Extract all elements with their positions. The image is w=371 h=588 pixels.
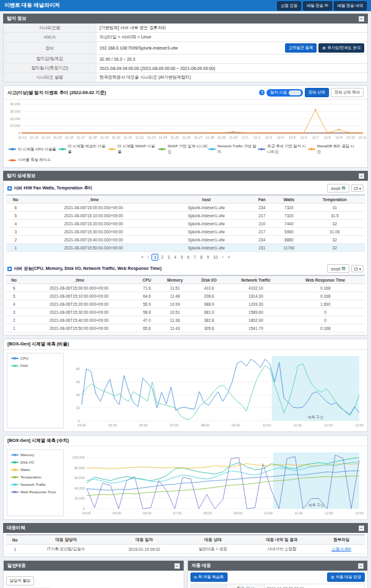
legend-item[interactable]: Memory: [11, 452, 59, 457]
table-cell: 8880: [273, 236, 304, 244]
request-explanation-button[interactable]: 소명 요청: [277, 1, 301, 11]
page-button[interactable]: 2: [159, 254, 165, 260]
svg-text:12-1: 12-1: [242, 136, 249, 139]
legend-item[interactable]: Disk I/O: [11, 460, 59, 464]
send-mail-button[interactable]: 메일 전송✉: [303, 1, 332, 11]
table-cell: 2021-08-06T15:30:00.000+09:00: [25, 228, 163, 236]
collapse-icon[interactable]: −: [359, 16, 364, 22]
collapse-icon[interactable]: −: [358, 563, 364, 569]
table-cell: 231: [250, 244, 273, 252]
page-button[interactable]: 3: [166, 254, 172, 260]
page-size-select[interactable]: 15▾: [351, 184, 364, 192]
svg-text:12-11: 12-11: [358, 136, 367, 139]
similarity-analysis-button[interactable]: ⊕유사도/연계도 분석: [318, 43, 364, 53]
svg-text:예측 구간: 예측 구간: [309, 503, 325, 507]
legend-item[interactable]: CPU: [11, 356, 59, 360]
page-button[interactable]: 10: [211, 254, 220, 260]
page-button[interactable]: ‹: [146, 254, 151, 260]
mail-history-button[interactable]: 메일 전송 내역: [334, 1, 367, 11]
legend-item[interactable]: 타 시계열 메모리 사용률: [59, 142, 109, 156]
legend-marker-icon: [59, 149, 66, 150]
collapse-icon[interactable]: −: [359, 525, 364, 531]
assign-manager-button[interactable]: 담당자 할당: [6, 576, 34, 586]
legend-label: Network Traffic 가변 탐지: [218, 144, 258, 155]
legend-label: Web Response Time: [20, 490, 56, 494]
table-row[interactable]: 42021-08-06T15:20:00.000+09:00Splunk-Ind…: [6, 220, 365, 228]
legend-item[interactable]: SNAP 기반 임계 시나리오: [158, 142, 208, 156]
legend-item[interactable]: Temperation: [11, 475, 59, 479]
legend-label: 서버별 특정 케이스: [18, 157, 51, 163]
svg-text:04:00: 04:00: [77, 423, 86, 427]
table-row[interactable]: 52021-08-06T15:10:00.000+09:00Splunk-Ind…: [6, 212, 365, 220]
table-row[interactable]: 12021-08-06T15:50:00.000+09:0065.611.433…: [6, 324, 365, 332]
collapse-icon[interactable]: −: [174, 563, 180, 569]
svg-text:11-28: 11-28: [206, 136, 215, 139]
table-row[interactable]: 62021-08-06T15:00:00.000+09:0071.611.514…: [6, 284, 365, 292]
numeric-chart-legend: MemoryDisk I/OWattsTemperationNetwork Tr…: [7, 449, 64, 516]
legend-item[interactable]: 서버별 특정 케이스: [9, 156, 59, 164]
table-cell: 31.5: [304, 212, 365, 220]
attachment-link[interactable]: 소명서.doc: [331, 547, 351, 551]
table-row[interactable]: 52021-08-06T15:10:00.000+09:0064.611.482…: [6, 292, 365, 300]
svg-text:12-6: 12-6: [301, 136, 307, 139]
table-row[interactable]: 62021-08-06T15:00:00.000+09:00Splunk-Ind…: [6, 204, 365, 212]
column-header: _time: [25, 195, 163, 204]
trend-chart-legend: 타 시계열 CPU 사용률타 시계열 메모리 사용률타 시계열 SWAP 사용률…: [4, 141, 367, 167]
legend-item[interactable]: FAN: [11, 363, 59, 368]
legend-item[interactable]: 타 시계열 CPU 사용률: [9, 142, 59, 156]
table-row[interactable]: 42021-08-06T15:20:00.000+09:0056.910.999…: [6, 300, 365, 308]
table-cell: 2021-08-06T15:50:00.000+09:00: [22, 324, 136, 332]
legend-item[interactable]: Network Traffic: [11, 482, 59, 486]
svg-text:30,000: 30,000: [10, 110, 20, 113]
legend-item[interactable]: Watts: [11, 467, 59, 472]
help-icon[interactable]: ?: [259, 90, 265, 95]
legend-label: 최근 추세 기반 탐지 시나리오: [267, 144, 308, 155]
legend-item[interactable]: Network Traffic 가변 탐지: [208, 142, 258, 156]
legend-item[interactable]: Web Response Time: [11, 490, 59, 494]
page-button[interactable]: «: [139, 254, 145, 260]
page-button[interactable]: 5: [179, 254, 185, 260]
legend-marker-icon: [208, 149, 216, 150]
page-size-select[interactable]: 15▾: [351, 265, 364, 272]
plus-circle-icon: ⊕: [322, 46, 326, 51]
legend-marker-icon: [11, 491, 19, 493]
page-button[interactable]: »: [226, 254, 232, 260]
collapse-icon[interactable]: −: [359, 173, 364, 179]
legend-item[interactable]: 최근 추세 기반 탐지 시나리오: [258, 142, 308, 156]
page-button[interactable]: 9: [205, 254, 211, 260]
excel-export-button[interactable]: excel▤: [327, 184, 349, 192]
table-cell: 3: [6, 228, 25, 236]
detect-time-toggle[interactable]: 탐지 시점: [267, 89, 302, 97]
table-row[interactable]: 22021-08-06T15:40:00.000+09:0047.011.363…: [6, 316, 365, 324]
legend-label: FAN: [20, 363, 28, 368]
page-button[interactable]: 6: [186, 254, 192, 260]
page-button[interactable]: ›: [220, 254, 225, 260]
table-cell: 5: [6, 212, 25, 220]
table-cell: 1589.60: [226, 308, 286, 316]
table-row[interactable]: 32021-08-06T15:30:00.000+09:00Splunk-Ind…: [6, 228, 365, 236]
table-row[interactable]: 12021-08-06T15:50:00.000+09:00Splunk-Ind…: [6, 244, 365, 252]
legend-marker-icon: [9, 149, 16, 150]
page-button[interactable]: 7: [192, 254, 198, 260]
page-button[interactable]: 8: [198, 254, 205, 260]
register-high-risk-button[interactable]: 고위험군 등록: [285, 43, 317, 53]
table-row[interactable]: 22021-08-06T15:40:00.000+09:00Splunk-Ind…: [6, 236, 365, 244]
page-current[interactable]: 1: [151, 254, 159, 261]
chevron-down-icon: ▾: [359, 186, 361, 191]
legend-item[interactable]: MariaDB 쿼리 응답 시간: [308, 142, 358, 156]
table-cell: Splunk-Indexer1-ufw: [162, 236, 250, 244]
ai-learn-button[interactable]: ⟳AI 자동 학습화: [190, 573, 228, 582]
ai-info-table: AI 기계학습 정보 학습 일시 2019-10-27 23:28:59 학습 …: [190, 584, 365, 588]
deselect-all-button[interactable]: 전체 선택 해제: [331, 88, 364, 97]
apply-auto-response-button[interactable]: ⚙자동 대응 반영: [327, 573, 365, 582]
table-cell: 2: [6, 316, 22, 324]
performance-table: No_timeCPUMemoryDisk I/ONetwork TrafficW…: [6, 275, 365, 332]
svg-text:13:00: 13:00: [355, 511, 364, 515]
table-row[interactable]: 1IT기획.보안팀/김철수2019-01-19 09:02일반대응 > 완료사내…: [6, 545, 365, 554]
page-button[interactable]: 4: [173, 254, 179, 260]
select-all-button[interactable]: 전체 선택: [305, 88, 329, 97]
excel-export-button[interactable]: excel▤: [327, 264, 349, 273]
table-row[interactable]: 32021-08-06T15:30:00.000+09:0058.810.516…: [6, 308, 365, 316]
legend-item[interactable]: 타 시계열 SWAP 사용률: [108, 142, 158, 156]
table-cell: 0.168: [286, 284, 365, 292]
